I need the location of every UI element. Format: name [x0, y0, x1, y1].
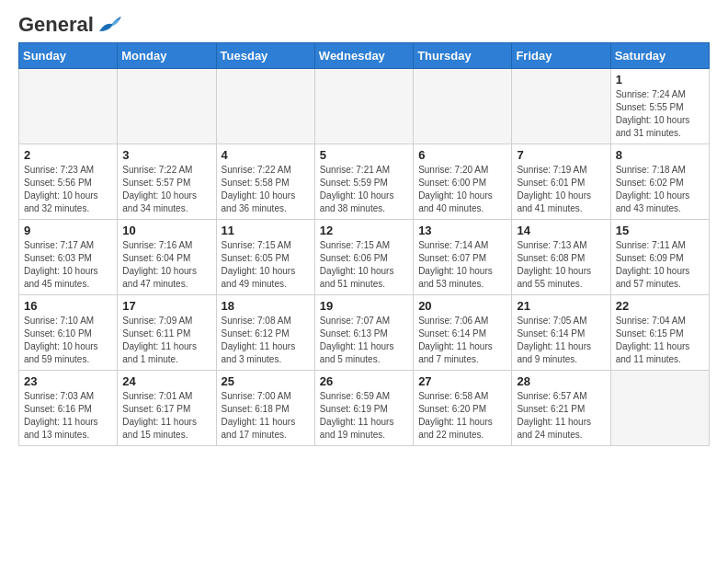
day-info: Sunrise: 7:07 AM Sunset: 6:13 PM Dayligh… — [320, 315, 408, 366]
day-info: Sunrise: 7:11 AM Sunset: 6:09 PM Dayligh… — [616, 239, 704, 291]
calendar-day-18: 18Sunrise: 7:08 AM Sunset: 6:12 PM Dayli… — [216, 295, 314, 371]
calendar-day-10: 10Sunrise: 7:16 AM Sunset: 6:04 PM Dayli… — [118, 220, 216, 295]
weekday-header-friday: Friday — [512, 43, 610, 69]
calendar-day-15: 15Sunrise: 7:11 AM Sunset: 6:09 PM Dayli… — [610, 220, 709, 295]
calendar-day-13: 13Sunrise: 7:14 AM Sunset: 6:07 PM Dayli… — [414, 220, 512, 295]
calendar-day-21: 21Sunrise: 7:05 AM Sunset: 6:14 PM Dayli… — [512, 295, 610, 371]
calendar-day-1: 1Sunrise: 7:24 AM Sunset: 5:55 PM Daylig… — [610, 69, 709, 144]
day-number: 18 — [222, 299, 310, 313]
weekday-header-thursday: Thursday — [414, 43, 512, 69]
day-info: Sunrise: 7:23 AM Sunset: 5:56 PM Dayligh… — [24, 164, 112, 215]
weekday-header-monday: Monday — [118, 43, 216, 69]
day-info: Sunrise: 7:00 AM Sunset: 6:18 PM Dayligh… — [222, 390, 310, 442]
calendar-empty-cell — [512, 69, 610, 144]
page: General SundayMondayTuesdayWednesdayThur… — [0, 0, 728, 461]
weekday-header-saturday: Saturday — [610, 43, 709, 69]
calendar-empty-cell — [19, 69, 118, 144]
calendar-day-27: 27Sunrise: 6:58 AM Sunset: 6:20 PM Dayli… — [414, 371, 512, 446]
day-info: Sunrise: 7:01 AM Sunset: 6:17 PM Dayligh… — [122, 390, 210, 442]
day-number: 8 — [616, 148, 704, 162]
day-number: 21 — [517, 299, 605, 313]
day-info: Sunrise: 7:15 AM Sunset: 6:06 PM Dayligh… — [320, 239, 408, 291]
calendar-day-20: 20Sunrise: 7:06 AM Sunset: 6:14 PM Dayli… — [414, 295, 512, 371]
calendar-day-8: 8Sunrise: 7:18 AM Sunset: 6:02 PM Daylig… — [610, 144, 709, 220]
calendar-day-22: 22Sunrise: 7:04 AM Sunset: 6:15 PM Dayli… — [610, 295, 709, 371]
calendar-day-16: 16Sunrise: 7:10 AM Sunset: 6:10 PM Dayli… — [19, 295, 118, 371]
calendar-day-3: 3Sunrise: 7:22 AM Sunset: 5:57 PM Daylig… — [118, 144, 216, 220]
weekday-header-sunday: Sunday — [19, 43, 118, 69]
day-number: 28 — [517, 374, 605, 388]
day-number: 26 — [320, 374, 408, 388]
calendar-day-5: 5Sunrise: 7:21 AM Sunset: 5:59 PM Daylig… — [314, 144, 413, 220]
day-number: 13 — [418, 224, 506, 237]
calendar-day-19: 19Sunrise: 7:07 AM Sunset: 6:13 PM Dayli… — [314, 295, 413, 371]
day-number: 19 — [320, 299, 408, 313]
day-info: Sunrise: 7:06 AM Sunset: 6:14 PM Dayligh… — [418, 315, 506, 366]
day-number: 16 — [24, 299, 112, 313]
logo: General — [18, 15, 121, 35]
calendar-day-25: 25Sunrise: 7:00 AM Sunset: 6:18 PM Dayli… — [216, 371, 314, 446]
day-number: 9 — [24, 224, 112, 237]
day-info: Sunrise: 6:59 AM Sunset: 6:19 PM Dayligh… — [320, 390, 408, 442]
day-number: 25 — [222, 374, 310, 388]
day-info: Sunrise: 7:05 AM Sunset: 6:14 PM Dayligh… — [517, 315, 605, 366]
calendar-day-7: 7Sunrise: 7:19 AM Sunset: 6:01 PM Daylig… — [512, 144, 610, 220]
calendar-day-4: 4Sunrise: 7:22 AM Sunset: 5:58 PM Daylig… — [216, 144, 314, 220]
calendar-empty-cell — [414, 69, 512, 144]
calendar-week-row: 1Sunrise: 7:24 AM Sunset: 5:55 PM Daylig… — [19, 69, 710, 144]
day-info: Sunrise: 7:19 AM Sunset: 6:01 PM Dayligh… — [517, 164, 605, 215]
day-info: Sunrise: 7:15 AM Sunset: 6:05 PM Dayligh… — [222, 239, 310, 291]
day-number: 10 — [122, 224, 210, 237]
day-info: Sunrise: 7:09 AM Sunset: 6:11 PM Dayligh… — [122, 315, 210, 366]
day-number: 23 — [24, 374, 112, 388]
calendar-empty-cell — [610, 371, 709, 446]
day-info: Sunrise: 7:10 AM Sunset: 6:10 PM Dayligh… — [24, 315, 112, 366]
day-number: 5 — [320, 148, 408, 162]
day-info: Sunrise: 6:57 AM Sunset: 6:21 PM Dayligh… — [517, 390, 605, 442]
day-info: Sunrise: 7:16 AM Sunset: 6:04 PM Dayligh… — [122, 239, 210, 291]
day-number: 4 — [222, 148, 310, 162]
calendar-day-17: 17Sunrise: 7:09 AM Sunset: 6:11 PM Dayli… — [118, 295, 216, 371]
calendar-day-12: 12Sunrise: 7:15 AM Sunset: 6:06 PM Dayli… — [314, 220, 413, 295]
weekday-header-tuesday: Tuesday — [216, 43, 314, 69]
day-number: 12 — [320, 224, 408, 237]
day-number: 22 — [616, 299, 704, 313]
day-number: 2 — [24, 148, 112, 162]
calendar-day-24: 24Sunrise: 7:01 AM Sunset: 6:17 PM Dayli… — [118, 371, 216, 446]
day-info: Sunrise: 7:21 AM Sunset: 5:59 PM Dayligh… — [320, 164, 408, 215]
logo-general-text: General — [18, 15, 94, 35]
day-number: 7 — [517, 148, 605, 162]
calendar-header-row: SundayMondayTuesdayWednesdayThursdayFrid… — [19, 43, 710, 69]
calendar-table: SundayMondayTuesdayWednesdayThursdayFrid… — [18, 42, 710, 446]
calendar-day-28: 28Sunrise: 6:57 AM Sunset: 6:21 PM Dayli… — [512, 371, 610, 446]
day-number: 27 — [418, 374, 506, 388]
day-number: 11 — [222, 224, 310, 237]
calendar-week-row: 16Sunrise: 7:10 AM Sunset: 6:10 PM Dayli… — [19, 295, 710, 371]
day-info: Sunrise: 7:18 AM Sunset: 6:02 PM Dayligh… — [616, 164, 704, 215]
day-number: 6 — [418, 148, 506, 162]
day-info: Sunrise: 7:03 AM Sunset: 6:16 PM Dayligh… — [24, 390, 112, 442]
day-info: Sunrise: 7:20 AM Sunset: 6:00 PM Dayligh… — [418, 164, 506, 215]
day-number: 15 — [616, 224, 704, 237]
calendar-week-row: 9Sunrise: 7:17 AM Sunset: 6:03 PM Daylig… — [19, 220, 710, 295]
calendar-day-11: 11Sunrise: 7:15 AM Sunset: 6:05 PM Dayli… — [216, 220, 314, 295]
day-info: Sunrise: 7:22 AM Sunset: 5:57 PM Dayligh… — [122, 164, 210, 215]
calendar-week-row: 2Sunrise: 7:23 AM Sunset: 5:56 PM Daylig… — [19, 144, 710, 220]
weekday-header-wednesday: Wednesday — [314, 43, 413, 69]
calendar-empty-cell — [216, 69, 314, 144]
header: General — [18, 15, 710, 35]
calendar-week-row: 23Sunrise: 7:03 AM Sunset: 6:16 PM Dayli… — [19, 371, 710, 446]
calendar-day-9: 9Sunrise: 7:17 AM Sunset: 6:03 PM Daylig… — [19, 220, 118, 295]
day-number: 3 — [122, 148, 210, 162]
calendar-empty-cell — [118, 69, 216, 144]
day-number: 1 — [616, 73, 704, 86]
calendar-day-6: 6Sunrise: 7:20 AM Sunset: 6:00 PM Daylig… — [414, 144, 512, 220]
day-info: Sunrise: 7:14 AM Sunset: 6:07 PM Dayligh… — [418, 239, 506, 291]
calendar-day-2: 2Sunrise: 7:23 AM Sunset: 5:56 PM Daylig… — [19, 144, 118, 220]
calendar-day-26: 26Sunrise: 6:59 AM Sunset: 6:19 PM Dayli… — [314, 371, 413, 446]
calendar-empty-cell — [314, 69, 413, 144]
day-number: 24 — [122, 374, 210, 388]
calendar-day-14: 14Sunrise: 7:13 AM Sunset: 6:08 PM Dayli… — [512, 220, 610, 295]
day-info: Sunrise: 7:08 AM Sunset: 6:12 PM Dayligh… — [222, 315, 310, 366]
day-number: 20 — [418, 299, 506, 313]
